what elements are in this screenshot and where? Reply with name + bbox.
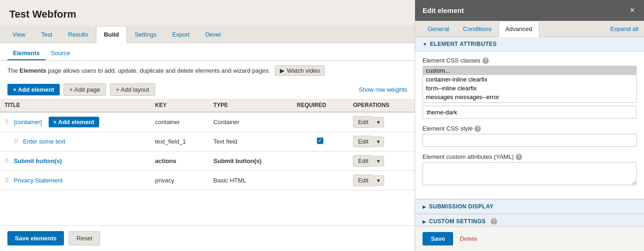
submission-display-section-header[interactable]: ▶ SUBMISSION DISPLAY [415, 199, 644, 214]
tab-settings[interactable]: Settings [127, 26, 164, 43]
edit-panel-title: Edit element [423, 6, 464, 14]
row-title-cell: ⠿ [container] + Add element [0, 112, 151, 132]
edit-button-container[interactable]: Edit [353, 116, 373, 128]
actions-bar: + Add element + Add page + Add layout Sh… [0, 81, 415, 99]
tab-results[interactable]: Results [60, 26, 96, 43]
drag-handle-icon[interactable]: ⠿ [5, 157, 9, 164]
info-text2: page allows users to add, update, duplic… [46, 67, 271, 74]
css-style-input[interactable] [423, 134, 637, 147]
right-panel: Edit element × General Conditions Advanc… [415, 0, 644, 251]
css-classes-select[interactable]: custom...container-inline clearfixform--… [423, 66, 637, 103]
edit-dropdown-submit[interactable]: ▼ [373, 156, 384, 166]
drag-handle-icon[interactable]: ⠿ [14, 138, 19, 145]
key-bold-submit: actions [155, 157, 177, 164]
css-style-label: Element CSS style ? [423, 125, 637, 132]
edit-btn-group: Edit ▼ [353, 175, 410, 186]
css-classes-help-icon[interactable]: ? [482, 57, 489, 64]
section-arrow-submission: ▶ [423, 204, 426, 209]
custom-settings-help-icon[interactable]: ? [491, 218, 497, 225]
add-page-button[interactable]: + Add page [63, 83, 106, 96]
element-name-container[interactable]: [container] [14, 119, 42, 126]
info-bar: The Elements page allows users to add, u… [0, 61, 415, 81]
row-ops-container: Edit ▼ [348, 112, 415, 132]
col-type: TYPE [209, 99, 292, 112]
css-classes-group: Element CSS classes ? custom...container… [423, 57, 637, 119]
css-classes-value-input[interactable] [423, 106, 637, 119]
css-classes-select-wrapper: custom...container-inline clearfixform--… [423, 66, 637, 103]
row-required-text-field [292, 132, 348, 151]
page-title: Test Webform [0, 0, 415, 26]
footer-actions: Save elements Reset [0, 225, 415, 251]
row-ops-privacy: Edit ▼ [348, 171, 415, 190]
col-required: REQUIRED [292, 99, 348, 112]
watch-video-button[interactable]: ▶ Watch video [275, 65, 325, 76]
tab-test[interactable]: Test [33, 26, 60, 43]
edit-tab-conditions[interactable]: Conditions [456, 21, 498, 37]
table-row: ⠿ Submit button(s) actions Submit button… [0, 151, 415, 171]
row-key-submit: actions [151, 151, 209, 171]
row-required-submit [292, 151, 348, 171]
row-key-privacy: privacy [151, 171, 209, 190]
edit-panel-tabs: General Conditions Advanced Expand all [415, 21, 644, 37]
custom-attrs-label-text: Element custom attributes (YAML) [423, 153, 514, 160]
row-title-cell: ⠿ Submit button(s) [0, 151, 151, 171]
reset-button[interactable]: Reset [69, 231, 100, 245]
custom-attrs-textarea[interactable] [423, 162, 637, 185]
edit-tab-advanced[interactable]: Advanced [499, 21, 539, 37]
info-text: The Elements page allows users to add, u… [7, 67, 270, 74]
css-classes-label: Element CSS classes ? [423, 57, 637, 64]
custom-settings-section-header[interactable]: ▶ CUSTOM SETTINGS ? [415, 214, 644, 226]
edit-tab-general[interactable]: General [421, 21, 456, 37]
row-title-cell: ⠿ Enter some text [0, 132, 151, 151]
add-element-inline-button[interactable]: + Add element [49, 117, 99, 127]
edit-btn-group: Edit ▼ [353, 136, 410, 147]
edit-dropdown-text-field[interactable]: ▼ [373, 137, 384, 147]
drag-handle-icon[interactable]: ⠿ [5, 119, 9, 126]
edit-btn-group: Edit ▼ [353, 155, 410, 167]
save-elements-button[interactable]: Save elements [7, 231, 64, 245]
section-arrow-attributes: ▼ [423, 42, 427, 47]
row-key-text-field: text_field_1 [151, 132, 209, 151]
row-required-container [292, 112, 348, 132]
css-style-help-icon[interactable]: ? [474, 126, 481, 132]
tab-devel[interactable]: Devel [197, 26, 228, 43]
edit-panel-header: Edit element × [415, 0, 644, 21]
show-row-weights-link[interactable]: Show row weights [359, 86, 407, 93]
tab-view[interactable]: View [5, 26, 33, 43]
row-required-privacy [292, 171, 348, 190]
close-panel-button[interactable]: × [628, 6, 637, 15]
custom-attrs-group: Element custom attributes (YAML) ? [423, 153, 637, 187]
row-type-container: Container [209, 112, 292, 132]
edit-dropdown-container[interactable]: ▼ [373, 117, 384, 127]
row-title-cell: ⠿ Privacy Statement [0, 171, 151, 190]
expand-all-link[interactable]: Expand all [610, 25, 638, 32]
section-arrow-custom: ▶ [423, 219, 426, 224]
tab-build[interactable]: Build [96, 26, 127, 43]
add-element-button[interactable]: + Add element [7, 84, 60, 95]
save-edit-button[interactable]: Save [423, 232, 453, 245]
subtab-source[interactable]: Source [45, 47, 76, 60]
edit-button-submit[interactable]: Edit [353, 155, 373, 167]
element-name-privacy[interactable]: Privacy Statement [14, 177, 63, 184]
delete-link[interactable]: Delete [460, 235, 477, 242]
edit-button-privacy[interactable]: Edit [353, 175, 373, 186]
row-type-submit: Submit button(s) [209, 151, 292, 171]
custom-attrs-help-icon[interactable]: ? [516, 154, 522, 160]
table-row: ⠿ [container] + Add element container Co… [0, 112, 415, 132]
add-layout-button[interactable]: + Add layout [110, 83, 155, 96]
subtab-elements[interactable]: Elements [7, 47, 45, 60]
drag-handle-icon[interactable]: ⠿ [5, 177, 9, 184]
edit-button-text-field[interactable]: Edit [353, 136, 373, 147]
elements-data-table: TITLE KEY TYPE REQUIRED OPERATIONS ⠿ [co… [0, 99, 415, 190]
tab-export[interactable]: Export [164, 26, 198, 43]
play-icon: ▶ [280, 67, 284, 74]
table-row: ⠿ Privacy Statement privacy Basic HTML E… [0, 171, 415, 190]
element-name-text-field[interactable]: Enter some text [23, 138, 65, 145]
element-name-submit[interactable]: Submit button(s) [14, 157, 62, 164]
required-checkbox[interactable] [317, 138, 323, 144]
edit-dropdown-privacy[interactable]: ▼ [373, 176, 384, 186]
col-key: KEY [151, 99, 209, 112]
sub-tabs: Elements Source [0, 43, 415, 61]
element-attributes-section-header[interactable]: ▼ ELEMENT ATTRIBUTES [415, 37, 644, 51]
main-tabs: View Test Results Build Settings Export … [0, 26, 415, 43]
